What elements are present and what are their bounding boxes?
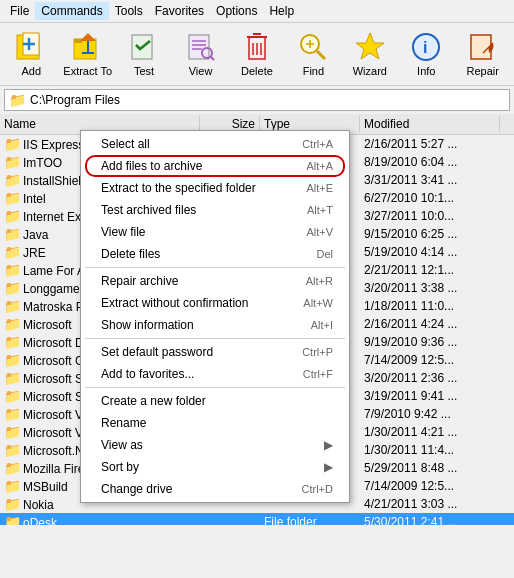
shortcut-label: Del xyxy=(316,248,333,260)
file-type: File folder xyxy=(260,515,360,525)
context-menu-item[interactable]: Rename xyxy=(81,412,349,434)
shortcut-label: Alt+I xyxy=(311,319,333,331)
shortcut-label: Ctrl+A xyxy=(302,138,333,150)
context-menu-item[interactable]: Create a new folder xyxy=(81,390,349,412)
shortcut-label: Alt+R xyxy=(306,275,333,287)
svg-text:i: i xyxy=(423,39,427,56)
svg-marker-6 xyxy=(80,33,96,41)
context-menu-item[interactable]: Add to favorites...Ctrl+F xyxy=(81,363,349,385)
folder-icon: 📁 xyxy=(4,154,21,170)
add-label: Add xyxy=(21,65,41,77)
file-modified: 3/20/2011 2:36 ... xyxy=(360,371,500,385)
folder-icon: 📁 xyxy=(4,496,21,512)
folder-icon: 📁 xyxy=(4,442,21,458)
toolbar-test-button[interactable]: Test xyxy=(117,25,171,83)
toolbar-extract-button[interactable]: Extract To xyxy=(60,25,114,83)
context-menu-item[interactable]: Extract to the specified folderAlt+E xyxy=(81,177,349,199)
menu-item-label: View file xyxy=(101,225,145,239)
file-modified: 7/9/2010 9:42 ... xyxy=(360,407,500,421)
menu-item-label: Add to favorites... xyxy=(101,367,194,381)
file-modified: 1/30/2011 11:4... xyxy=(360,443,500,457)
wizard-icon xyxy=(354,31,386,63)
menu-item-label: Extract to the specified folder xyxy=(101,181,256,195)
context-menu-item[interactable]: Change driveCtrl+D xyxy=(81,478,349,500)
delete-label: Delete xyxy=(241,65,273,77)
toolbar-repair-button[interactable]: Repair xyxy=(456,25,510,83)
header-modified[interactable]: Modified xyxy=(360,116,500,132)
menu-help[interactable]: Help xyxy=(263,2,300,20)
folder-icon: 📁 xyxy=(4,370,21,386)
folder-icon: 📁 xyxy=(4,298,21,314)
context-menu-item[interactable]: Sort by▶ xyxy=(81,456,349,478)
menu-item-label: Repair archive xyxy=(101,274,178,288)
menu-item-label: Test archived files xyxy=(101,203,196,217)
folder-icon: 📁 xyxy=(4,190,21,206)
file-modified: 1/30/2011 4:21 ... xyxy=(360,425,500,439)
table-row[interactable]: 📁oDesk File folder 5/30/2011 2:41 ... xyxy=(0,513,514,525)
toolbar-info-button[interactable]: i Info xyxy=(399,25,453,83)
context-menu-item[interactable]: Extract without confirmationAlt+W xyxy=(81,292,349,314)
file-modified: 8/19/2010 6:04 ... xyxy=(360,155,500,169)
shortcut-label: Ctrl+F xyxy=(303,368,333,380)
toolbar: Add Extract To Test xyxy=(0,23,514,86)
file-modified: 9/19/2010 9:36 ... xyxy=(360,335,500,349)
context-menu-item[interactable]: Add files to archiveAlt+A xyxy=(81,155,349,177)
menu-item-label: Extract without confirmation xyxy=(101,296,248,310)
file-modified: 5/19/2010 4:14 ... xyxy=(360,245,500,259)
menubar: File Commands Tools Favorites Options He… xyxy=(0,0,514,23)
context-menu: Select allCtrl+AAdd files to archiveAlt+… xyxy=(80,130,350,503)
toolbar-wizard-button[interactable]: Wizard xyxy=(343,25,397,83)
folder-icon: 📁 xyxy=(4,172,21,188)
toolbar-find-button[interactable]: Find xyxy=(286,25,340,83)
file-modified: 3/27/2011 10:0... xyxy=(360,209,500,223)
menu-options[interactable]: Options xyxy=(210,2,263,20)
context-menu-item[interactable]: Repair archiveAlt+R xyxy=(81,270,349,292)
file-name: 📁oDesk xyxy=(0,514,200,525)
shortcut-label: Alt+E xyxy=(306,182,333,194)
test-label: Test xyxy=(134,65,154,77)
menu-file[interactable]: File xyxy=(4,2,35,20)
info-icon: i xyxy=(410,31,442,63)
context-menu-item[interactable]: View fileAlt+V xyxy=(81,221,349,243)
context-menu-item[interactable]: Delete filesDel xyxy=(81,243,349,265)
folder-icon: 📁 xyxy=(4,460,21,476)
menu-item-label: Change drive xyxy=(101,482,172,496)
context-menu-item[interactable]: Set default passwordCtrl+P xyxy=(81,341,349,363)
toolbar-view-button[interactable]: View xyxy=(173,25,227,83)
folder-icon: 📁 xyxy=(4,478,21,494)
toolbar-delete-button[interactable]: Delete xyxy=(230,25,284,83)
address-path[interactable]: C:\Program Files xyxy=(30,93,120,107)
context-menu-item[interactable]: Show informationAlt+I xyxy=(81,314,349,336)
context-menu-item[interactable]: Test archived filesAlt+T xyxy=(81,199,349,221)
folder-icon: 📁 xyxy=(4,388,21,404)
folder-icon: 📁 xyxy=(4,208,21,224)
repair-icon xyxy=(467,31,499,63)
context-menu-item[interactable]: Select allCtrl+A xyxy=(81,133,349,155)
find-icon xyxy=(297,31,329,63)
addressbar: 📁 C:\Program Files xyxy=(4,89,510,111)
menu-tools[interactable]: Tools xyxy=(109,2,149,20)
file-modified: 4/21/2011 3:03 ... xyxy=(360,497,500,511)
menu-commands[interactable]: Commands xyxy=(35,2,108,20)
file-modified: 2/16/2011 5:27 ... xyxy=(360,137,500,151)
menu-favorites[interactable]: Favorites xyxy=(149,2,210,20)
toolbar-add-button[interactable]: Add xyxy=(4,25,58,83)
menu-separator xyxy=(85,387,345,388)
file-modified: 3/31/2011 3:41 ... xyxy=(360,173,500,187)
submenu-arrow-icon: ▶ xyxy=(324,438,333,452)
folder-icon: 📁 xyxy=(4,280,21,296)
svg-rect-10 xyxy=(189,35,209,59)
context-menu-item[interactable]: View as▶ xyxy=(81,434,349,456)
svg-marker-26 xyxy=(356,33,384,59)
shortcut-label: Alt+T xyxy=(307,204,333,216)
folder-icon: 📁 xyxy=(4,226,21,242)
folder-icon: 📁 xyxy=(4,136,21,152)
file-modified: 3/20/2011 3:38 ... xyxy=(360,281,500,295)
delete-icon xyxy=(241,31,273,63)
folder-icon: 📁 xyxy=(4,316,21,332)
menu-item-label: View as xyxy=(101,438,143,452)
menu-item-label: Delete files xyxy=(101,247,160,261)
file-modified: 5/29/2011 8:48 ... xyxy=(360,461,500,475)
file-modified: 3/19/2011 9:41 ... xyxy=(360,389,500,403)
shortcut-label: Ctrl+P xyxy=(302,346,333,358)
